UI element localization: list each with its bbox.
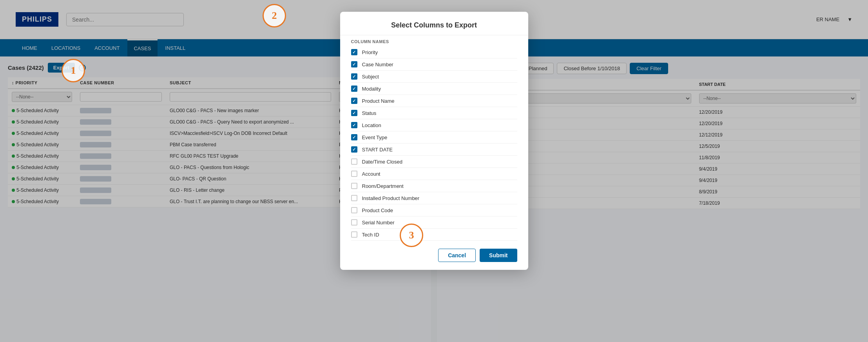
checkbox-account[interactable] [351, 171, 357, 177]
column-item-installed-product-number[interactable]: Installed Product Number [351, 192, 517, 204]
column-item-product-code[interactable]: Product Code [351, 204, 517, 216]
modal-section-label: COLUMN NAMES [340, 35, 528, 46]
checkbox-priority[interactable] [351, 49, 357, 55]
cancel-button[interactable]: Cancel [438, 249, 476, 262]
col-label-serial-number: Serial Number [362, 220, 395, 226]
col-label-account: Account [362, 171, 381, 177]
column-item-status[interactable]: Status [351, 107, 517, 119]
col-label-event-type: Event Type [362, 135, 388, 140]
export-columns-modal: Select Columns to Export COLUMN NAMES Pr… [340, 12, 528, 270]
column-item-tech-id[interactable]: Tech ID [351, 229, 517, 241]
column-item-event-type[interactable]: Event Type [351, 131, 517, 144]
col-label-subject: Subject [362, 74, 379, 80]
checkbox-event-type[interactable] [351, 134, 357, 140]
checkbox-subject[interactable] [351, 73, 357, 80]
checkbox-case-number[interactable] [351, 61, 357, 67]
callout-3: 3 [400, 224, 423, 247]
col-label-product-code: Product Code [362, 207, 393, 213]
checkbox-installed-product-number[interactable] [351, 195, 357, 201]
column-item-serial-number[interactable]: Serial Number [351, 216, 517, 229]
col-label-priority: Priority [362, 49, 378, 55]
checkbox-start-date[interactable] [351, 146, 357, 153]
col-label-room-dept: Room/Department [362, 183, 404, 189]
col-label-installed-product-number: Installed Product Number [362, 195, 420, 201]
col-label-start-date: START DATE [362, 147, 393, 153]
modal-footer: Cancel Submit [340, 242, 528, 262]
column-item-case-number[interactable]: Case Number [351, 58, 517, 71]
column-item-date-time-closed[interactable]: Date/Time Closed [351, 156, 517, 168]
col-label-location: Location [362, 122, 381, 128]
col-label-status: Status [362, 110, 377, 116]
callout-1: 1 [62, 59, 85, 82]
column-item-location[interactable]: Location [351, 119, 517, 131]
column-item-priority[interactable]: Priority [351, 46, 517, 58]
column-item-start-date[interactable]: START DATE [351, 144, 517, 156]
col-label-date-time-closed: Date/Time Closed [362, 159, 403, 165]
checkbox-modality[interactable] [351, 86, 357, 92]
checkbox-product-code[interactable] [351, 207, 357, 213]
callout-2: 2 [263, 4, 286, 27]
checkbox-tech-id[interactable] [351, 231, 357, 238]
checkbox-location[interactable] [351, 122, 357, 128]
checkbox-serial-number[interactable] [351, 219, 357, 226]
col-label-product-name: Product Name [362, 98, 395, 104]
column-item-room-dept[interactable]: Room/Department [351, 180, 517, 192]
checkbox-status[interactable] [351, 110, 357, 116]
col-label-case-number: Case Number [362, 62, 393, 67]
checkbox-product-name[interactable] [351, 98, 357, 104]
col-label-modality: Modality [362, 86, 381, 92]
checkbox-room-dept[interactable] [351, 183, 357, 189]
checkbox-date-time-closed[interactable] [351, 158, 357, 165]
column-item-product-name[interactable]: Product Name [351, 95, 517, 107]
modal-title: Select Columns to Export [340, 12, 528, 35]
column-item-subject[interactable]: Subject [351, 71, 517, 83]
column-item-account[interactable]: Account [351, 168, 517, 180]
submit-button[interactable]: Submit [480, 249, 517, 262]
col-label-tech-id: Tech ID [362, 232, 379, 238]
column-item-modality[interactable]: Modality [351, 83, 517, 95]
modal-column-list: Priority Case Number Subject Modality Pr… [340, 46, 528, 242]
